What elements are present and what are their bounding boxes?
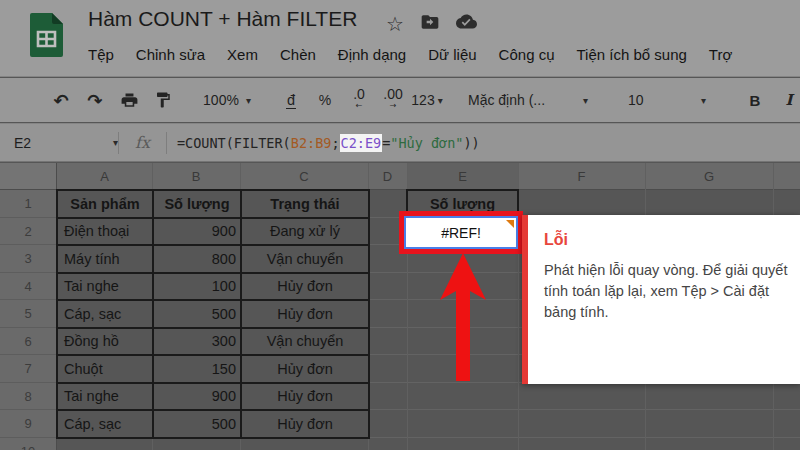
font-size-select[interactable]: 10▾ — [614, 85, 720, 115]
table-header-cell[interactable]: Số lượng — [154, 191, 242, 219]
row-header[interactable]: 3 — [0, 245, 56, 273]
google-sheets-window: Hàm COUNT + Hàm FILTER ☆ Tệp Chỉnh sửa X… — [0, 0, 800, 450]
menu-file[interactable]: Tệp — [88, 46, 114, 63]
cell-a2[interactable]: Điện thoại — [58, 219, 154, 247]
cloud-saved-icon[interactable] — [456, 11, 477, 36]
row-headers: 1 2 3 4 5 6 7 8 9 10 — [0, 190, 57, 450]
error-corner-marker — [506, 220, 514, 228]
font-select[interactable]: Mặc định (...▾ — [462, 85, 594, 115]
cell-c7[interactable]: Hủy đơn — [242, 356, 370, 384]
cell-c5[interactable]: Hủy đơn — [242, 301, 370, 329]
cell-e2-error[interactable]: #REF! — [404, 216, 518, 249]
cell-a5[interactable]: Cáp, sạc — [58, 301, 154, 329]
cell-a9[interactable]: Cáp, sạc — [58, 411, 154, 439]
cell-b3[interactable]: 800 — [154, 246, 242, 274]
cell-c8[interactable]: Hủy đơn — [242, 384, 370, 412]
cell-a4[interactable]: Tai nghe — [58, 274, 154, 302]
zoom-select[interactable]: 100%▾ — [198, 85, 256, 115]
paint-format-button[interactable] — [148, 85, 178, 115]
tooltip-title: Lỗi — [544, 231, 788, 249]
tooltip-body: Phát hiện lỗi quay vòng. Để giải quyết t… — [544, 260, 790, 323]
name-box[interactable]: E2 ▾ — [0, 135, 118, 151]
row-header[interactable]: 4 — [0, 273, 56, 301]
row-header[interactable]: 10 — [0, 438, 56, 450]
menu-format[interactable]: Định dạng — [338, 46, 406, 63]
cell-b2[interactable]: 900 — [154, 219, 242, 247]
increase-decimal-button[interactable]: .00→ — [378, 85, 408, 115]
row-header[interactable]: 7 — [0, 355, 56, 383]
percent-format-button[interactable]: % — [310, 85, 340, 115]
menu-edit[interactable]: Chỉnh sửa — [136, 46, 205, 63]
formula-input[interactable]: =COUNT(FILTER(B2:B9;C2:E9="Hủy đơn")) — [177, 135, 480, 151]
formula-range2-highlighted: C2:E9 — [340, 134, 383, 152]
col-header-a[interactable]: A — [57, 163, 152, 190]
decrease-decimal-button[interactable]: .0← — [344, 85, 374, 115]
error-highlight-box: #REF! — [399, 211, 523, 254]
col-header-d[interactable]: D — [368, 163, 407, 190]
cell-b9[interactable]: 500 — [154, 411, 242, 439]
error-tooltip: Lỗi Phát hiện lỗi quay vòng. Để giải quy… — [522, 215, 800, 384]
col-header-e[interactable]: E — [407, 163, 518, 190]
cell-b5[interactable]: 500 — [154, 301, 242, 329]
fx-icon: fx — [135, 133, 150, 152]
formula-bar: E2 ▾ fx =COUNT(FILTER(B2:B9;C2:E9="Hủy đ… — [0, 123, 800, 162]
cell-c4[interactable]: Hủy đơn — [242, 274, 370, 302]
cell-a6[interactable]: Đồng hồ — [58, 329, 154, 357]
col-header-b[interactable]: B — [152, 163, 240, 190]
table-header-cell[interactable]: Sản phẩm — [58, 191, 154, 219]
row-header[interactable]: 1 — [0, 190, 56, 218]
document-title[interactable]: Hàm COUNT + Hàm FILTER — [88, 7, 357, 31]
cell-b6[interactable]: 300 — [154, 329, 242, 357]
menu-tools[interactable]: Công cụ — [499, 46, 555, 63]
menu-help[interactable]: Trợ — [709, 46, 732, 63]
cell-b4[interactable]: 100 — [154, 274, 242, 302]
move-to-folder-icon[interactable] — [420, 12, 440, 36]
toolbar: ↶ ↷ 100%▾ đ % .0← .00→ 123▾ Mặc định (..… — [0, 78, 800, 122]
menu-bar: Tệp Chỉnh sửa Xem Chèn Định dạng Dữ liệu… — [88, 46, 732, 63]
row-header[interactable]: 6 — [0, 328, 56, 356]
cell-c9[interactable]: Hủy đơn — [242, 411, 370, 439]
star-icon[interactable]: ☆ — [386, 12, 404, 36]
undo-button[interactable]: ↶ — [46, 85, 76, 115]
menu-addons[interactable]: Tiện ích bổ sung — [576, 46, 686, 63]
col-header-f[interactable]: F — [518, 163, 645, 190]
cell-c3[interactable]: Vận chuyển — [242, 246, 370, 274]
formula-string-arg: "Hủy đơn" — [390, 135, 463, 151]
cell-a7[interactable]: Chuột — [58, 356, 154, 384]
italic-button[interactable]: I — [774, 85, 800, 115]
title-bar: Hàm COUNT + Hàm FILTER ☆ Tệp Chỉnh sửa X… — [0, 0, 800, 77]
row-header[interactable]: 9 — [0, 410, 56, 438]
bold-button[interactable]: B — [740, 85, 770, 115]
data-table: Sản phẩm Số lượng Trạng thái Điện thoại … — [56, 189, 370, 439]
col-header-g[interactable]: G — [645, 163, 773, 190]
sheets-logo-icon[interactable] — [30, 13, 63, 61]
cell-a8[interactable]: Tai nghe — [58, 384, 154, 412]
menu-data[interactable]: Dữ liệu — [428, 46, 476, 63]
number-format-select[interactable]: 123▾ — [412, 85, 442, 115]
row-header[interactable]: 8 — [0, 383, 56, 411]
menu-insert[interactable]: Chèn — [280, 46, 316, 63]
row-header[interactable]: 5 — [0, 300, 56, 328]
redo-button[interactable]: ↷ — [80, 85, 110, 115]
col-header-c[interactable]: C — [240, 163, 368, 190]
cell-b7[interactable]: 150 — [154, 356, 242, 384]
print-button[interactable] — [114, 85, 144, 115]
cell-a3[interactable]: Máy tính — [58, 246, 154, 274]
formula-range1: B2:B9 — [291, 135, 332, 151]
cell-b8[interactable]: 900 — [154, 384, 242, 412]
red-arrow-annotation — [440, 253, 486, 383]
menu-view[interactable]: Xem — [227, 46, 258, 63]
cell-c6[interactable]: Vận chuyển — [242, 329, 370, 357]
table-header-cell[interactable]: Trạng thái — [242, 191, 370, 219]
cell-c2[interactable]: Đang xử lý — [242, 219, 370, 247]
row-header[interactable]: 2 — [0, 218, 56, 246]
select-all-corner[interactable] — [0, 163, 57, 190]
currency-format-button[interactable]: đ — [276, 85, 306, 115]
